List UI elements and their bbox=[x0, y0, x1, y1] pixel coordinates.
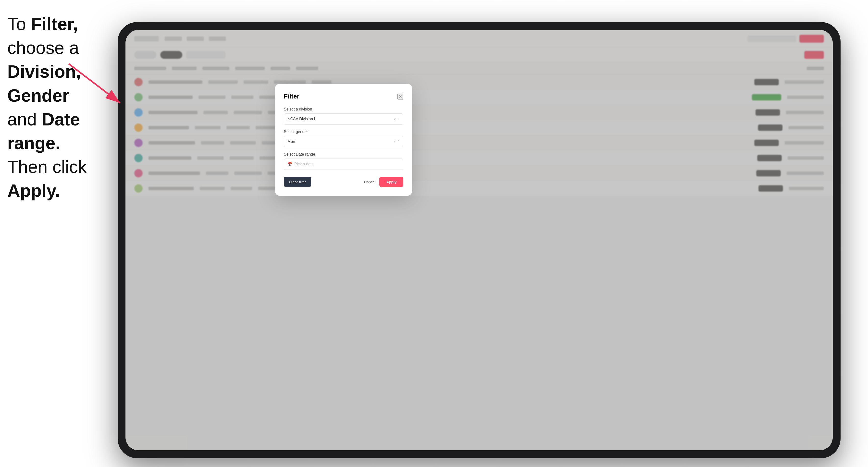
instruction-line1: To Filter, choose a bbox=[7, 14, 79, 58]
calendar-icon: 📅 bbox=[287, 162, 292, 166]
date-form-group: Select Date range 📅 Pick a date bbox=[284, 152, 403, 170]
division-form-group: Select a division NCAA Division I × ⌃ bbox=[284, 107, 403, 125]
bold-apply: Apply. bbox=[7, 181, 60, 200]
cancel-button[interactable]: Cancel bbox=[364, 180, 376, 184]
division-clear-icon[interactable]: × bbox=[394, 117, 396, 121]
division-select-value: NCAA Division I bbox=[287, 117, 394, 121]
modal-overlay bbox=[125, 30, 833, 450]
date-label: Select Date range bbox=[284, 152, 403, 157]
modal-footer: Clear filter Cancel Apply bbox=[284, 177, 403, 187]
modal-close-button[interactable]: × bbox=[398, 94, 403, 99]
division-label: Select a division bbox=[284, 107, 403, 112]
bold-division-gender: Division, Gender bbox=[7, 62, 81, 105]
division-chevron-icon: ⌃ bbox=[397, 117, 400, 121]
filter-modal: Filter × Select a division NCAA Division… bbox=[275, 84, 412, 196]
modal-footer-right: Cancel Apply bbox=[364, 177, 403, 187]
instruction-text: To Filter, choose a Division, Gender and… bbox=[7, 12, 110, 203]
bold-date-range: Date range. bbox=[7, 110, 80, 153]
gender-clear-icon[interactable]: × bbox=[394, 139, 396, 144]
gender-form-group: Select gender Men × ⌃ bbox=[284, 130, 403, 147]
tablet-device: Filter × Select a division NCAA Division… bbox=[118, 22, 841, 458]
instruction-line4: Then click Apply. bbox=[7, 157, 87, 200]
apply-button[interactable]: Apply bbox=[379, 177, 403, 187]
date-input[interactable]: 📅 Pick a date bbox=[284, 158, 403, 170]
instruction-line3: and Date range. bbox=[7, 110, 80, 153]
gender-select-value: Men bbox=[287, 139, 394, 144]
gender-chevron-icon: ⌃ bbox=[397, 140, 400, 143]
date-placeholder: Pick a date bbox=[294, 162, 314, 166]
gender-select[interactable]: Men × ⌃ bbox=[284, 136, 403, 147]
division-select[interactable]: NCAA Division I × ⌃ bbox=[284, 114, 403, 125]
modal-header: Filter × bbox=[284, 93, 403, 100]
bold-filter: Filter, bbox=[31, 14, 78, 34]
clear-filter-button[interactable]: Clear filter bbox=[284, 177, 311, 187]
gender-label: Select gender bbox=[284, 130, 403, 134]
tablet-body: Filter × Select a division NCAA Division… bbox=[118, 22, 841, 458]
modal-title: Filter bbox=[284, 93, 300, 100]
tablet-screen: Filter × Select a division NCAA Division… bbox=[125, 30, 833, 450]
